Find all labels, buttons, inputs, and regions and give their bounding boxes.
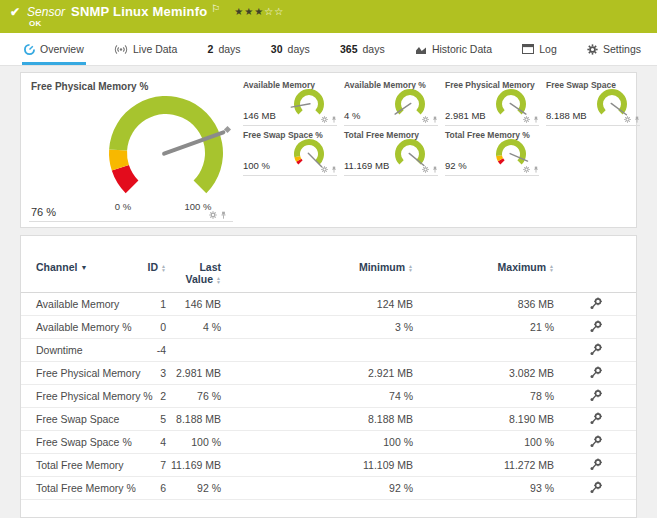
cell-minimum: 3 % <box>221 321 413 333</box>
tab-live-data[interactable]: Live Data <box>112 33 179 65</box>
gauge-available-memory-pct[interactable]: Available Memory %4 % <box>344 79 438 126</box>
gauge-gear-icon[interactable] <box>422 166 429 173</box>
gauge-pin-icon[interactable] <box>634 116 640 123</box>
channel-settings-icon[interactable] <box>589 320 602 333</box>
cell-id: 6 <box>136 482 166 494</box>
channel-settings-icon[interactable] <box>589 435 602 448</box>
big-gauge-block[interactable]: Free Physical Memory % 0 % 100 % 76 % <box>21 73 243 229</box>
channel-settings-icon[interactable] <box>589 297 602 310</box>
cell-channel: Total Free Memory <box>21 459 136 471</box>
gauge-pin-icon[interactable] <box>432 116 438 123</box>
star-empty-icon[interactable]: ☆ <box>264 6 274 17</box>
gauge-available-memory[interactable]: Available Memory146 MB <box>243 79 337 126</box>
channel-settings-icon[interactable] <box>589 458 602 471</box>
column-header-minimum[interactable]: Minimum▲▼ <box>221 261 413 273</box>
gear-icon <box>587 44 598 55</box>
column-header-last-value[interactable]: LastValue▲▼ <box>166 261 221 285</box>
cell-actions <box>554 389 636 404</box>
cell-last-value: 76 % <box>166 390 221 402</box>
column-header-maximum[interactable]: Maximum▲▼ <box>413 261 554 273</box>
tab-log[interactable]: Log <box>520 33 559 65</box>
channel-table-panel: Channel▼ID▲▼LastValue▲▼Minimum▲▼Maximum▲… <box>20 235 637 518</box>
gauge-gear-icon[interactable] <box>209 211 217 219</box>
cell-id: 2 <box>136 390 166 402</box>
priority-flag-icon[interactable]: ⚐ <box>211 3 220 14</box>
gauge-gear-icon[interactable] <box>523 166 530 173</box>
star-filled-icon[interactable]: ★ <box>244 6 254 17</box>
tab-label: Log <box>539 43 557 55</box>
gauge-gear-icon[interactable] <box>321 166 328 173</box>
tab-2-days[interactable]: 2days <box>206 33 243 65</box>
table-row-free-physical-memory-pct: Free Physical Memory %276 %74 %78 % <box>21 385 636 408</box>
gauge-pin-icon[interactable] <box>220 211 227 219</box>
big-gauge[interactable] <box>104 91 232 216</box>
cell-minimum: 8.188 MB <box>221 413 413 425</box>
star-empty-icon[interactable]: ☆ <box>274 6 284 17</box>
priority-stars[interactable]: ★★★☆☆ <box>234 6 284 17</box>
gauge-pin-icon[interactable] <box>331 166 337 173</box>
tab-label: days <box>288 43 310 55</box>
gauge-value: 100 % <box>243 160 270 171</box>
tab-30-days[interactable]: 30days <box>269 33 312 65</box>
cell-maximum: 3.082 MB <box>413 367 554 379</box>
gauge-value: 76 % <box>31 206 56 218</box>
cell-maximum: 100 % <box>413 436 554 448</box>
cell-actions <box>554 297 636 312</box>
star-filled-icon[interactable]: ★ <box>254 6 264 17</box>
gauge-free-swap-space[interactable]: Free Swap Space8.188 MB <box>546 79 640 126</box>
cell-actions <box>554 435 636 450</box>
channel-settings-icon[interactable] <box>589 366 602 379</box>
cell-minimum: 2.921 MB <box>221 367 413 379</box>
gauge-gear-icon[interactable] <box>422 116 429 123</box>
gauge-value: 4 % <box>344 110 360 121</box>
gauge-value: 146 MB <box>243 110 276 121</box>
gauge-pin-icon[interactable] <box>432 166 438 173</box>
channel-settings-icon[interactable] <box>589 389 602 402</box>
gauge-value: 8.188 MB <box>546 110 587 121</box>
gauge-icon <box>24 44 35 55</box>
cell-minimum: 74 % <box>221 390 413 402</box>
channel-settings-icon[interactable] <box>589 343 602 356</box>
gauge-total-free-memory[interactable]: Total Free Memory11.169 MB <box>344 129 438 176</box>
gauge-gear-icon[interactable] <box>321 116 328 123</box>
table-row-free-swap-space: Free Swap Space58.188 MB8.188 MB8.190 MB <box>21 408 636 431</box>
tab-365-days[interactable]: 365days <box>338 33 387 65</box>
cell-channel: Free Physical Memory <box>21 367 136 379</box>
table-row-free-swap-space-pct: Free Swap Space %4100 %100 %100 % <box>21 431 636 454</box>
gauge-pin-icon[interactable] <box>533 166 539 173</box>
cell-maximum: 8.190 MB <box>413 413 554 425</box>
tab-historic-data[interactable]: Historic Data <box>413 33 494 65</box>
cell-id: 3 <box>136 367 166 379</box>
tab-overview[interactable]: Overview <box>22 33 86 65</box>
cell-channel: Free Swap Space <box>21 413 136 425</box>
table-row-downtime: Downtime-4 <box>21 339 636 362</box>
cell-minimum: 11.109 MB <box>221 459 413 471</box>
status-ok-check-icon: ✔ <box>10 5 20 19</box>
cell-id: -4 <box>136 344 166 356</box>
divider <box>29 221 233 222</box>
column-header-channel[interactable]: Channel▼ <box>21 261 136 274</box>
tab-settings[interactable]: Settings <box>585 33 643 65</box>
gauge-free-swap-space-pct[interactable]: Free Swap Space %100 % <box>243 129 337 176</box>
sensor-overview-page: ✔ Sensor SNMP Linux Meminfo ⚐ ★★★☆☆ OK O… <box>0 0 657 518</box>
cell-last-value: 146 MB <box>166 298 221 310</box>
gauge-gear-icon[interactable] <box>624 116 631 123</box>
cell-maximum: 11.272 MB <box>413 459 554 471</box>
channel-settings-icon[interactable] <box>589 481 602 494</box>
gauge-free-physical-memory[interactable]: Free Physical Memory2.981 MB <box>445 79 539 126</box>
gauge-gear-icon[interactable] <box>523 116 530 123</box>
cell-actions <box>554 343 636 358</box>
tab-label: Historic Data <box>432 43 492 55</box>
tab-label: days <box>363 43 385 55</box>
tab-range-number: 2 <box>208 43 214 55</box>
gauge-total-free-memory-pct[interactable]: Total Free Memory %92 % <box>445 129 539 176</box>
gauge-pin-icon[interactable] <box>331 116 337 123</box>
object-kind-label: Sensor <box>27 5 65 19</box>
cell-last-value: 2.981 MB <box>166 367 221 379</box>
star-filled-icon[interactable]: ★ <box>234 6 244 17</box>
cell-minimum: 124 MB <box>221 298 413 310</box>
sensor-status-bar: ✔ Sensor SNMP Linux Meminfo ⚐ ★★★☆☆ OK <box>0 0 657 33</box>
channel-settings-icon[interactable] <box>589 412 602 425</box>
column-header-id[interactable]: ID▲▼ <box>136 261 166 273</box>
gauge-pin-icon[interactable] <box>533 116 539 123</box>
